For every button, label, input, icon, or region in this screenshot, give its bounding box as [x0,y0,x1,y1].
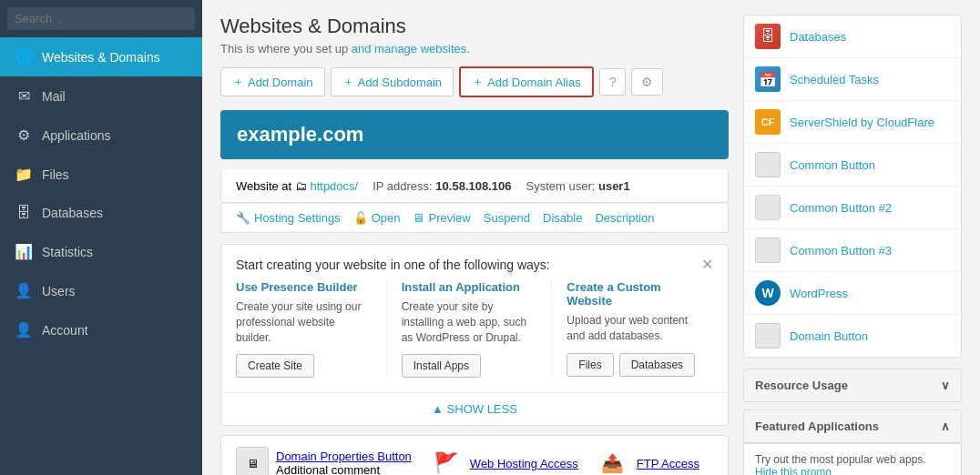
col3-desc: Upload your web content and add database… [567,313,702,344]
install-apps-button[interactable]: Install Apps [402,354,481,378]
mail-icon: ✉ [15,87,33,105]
starter-col-install: Install an Application Create your site … [391,280,548,378]
quick-link-common-btn3[interactable]: Common Button #3 [744,229,961,272]
search-input[interactable] [7,7,195,30]
starter-col-presence: Use Presence Builder Create your site us… [236,280,383,378]
plus-icon: ＋ [232,74,244,90]
domain-name: example.com [237,123,363,146]
starter-heading: Start creating your website in one of th… [236,258,550,272]
databases-icon: 🗄 [15,205,33,221]
sidebar-item-statistics[interactable]: 📊 Statistics [0,232,202,271]
quick-link-servershield[interactable]: CF ServerShield by CloudFlare [744,101,961,144]
disable-link[interactable]: Disable [543,211,582,225]
globe-icon: 🌐 [15,48,33,66]
users-icon: 👤 [15,282,33,299]
domain-btn-link[interactable]: Domain Button [790,329,868,343]
quick-link-common-btn[interactable]: Common Button [744,144,961,187]
web-hosting-icon: 🚩 [430,447,463,475]
applications-icon: ⚙ [15,126,33,144]
col2-desc: Create your site by installing a web app… [402,299,537,345]
description-link[interactable]: Description [595,211,654,225]
show-less-link[interactable]: ▲ SHOW LESS [432,402,517,416]
subtitle-link[interactable]: and manage websites [352,42,466,56]
page-subtitle: This is where you set up and manage webs… [220,42,729,56]
quick-link-databases[interactable]: 🗄 Databases [744,15,961,58]
domain-properties-link[interactable]: Domain Properties Button [276,450,412,463]
domain-info-bar: Website at 🗂 httpdocs/ IP address: 10.58… [220,170,729,203]
sidebar-item-label: Websites & Domains [42,50,160,65]
starter-close-button[interactable]: ✕ [701,256,713,273]
settings-icon[interactable]: ⚙ [631,68,663,96]
web-hosting-item: 🚩 Web Hosting Access [430,447,578,475]
ftp-icon: 📤 [597,447,629,475]
databases-button[interactable]: Databases [619,353,695,377]
quick-link-wordpress[interactable]: W WordPress [744,272,961,315]
web-hosting-link[interactable]: Web Hosting Access [470,457,578,470]
httpdocs-link[interactable]: httpdocs/ [310,179,358,193]
quick-link-domain-btn[interactable]: Domain Button [744,315,961,357]
sidebar-item-label: Mail [42,89,66,104]
add-subdomain-button[interactable]: ＋ Add Subdomain [331,67,454,96]
hide-promo-link[interactable]: Hide this promo [755,466,832,475]
common-btn2-link[interactable]: Common Button #2 [790,201,892,215]
open-link[interactable]: 🔓 Open [353,211,401,225]
add-domain-alias-button[interactable]: ＋ Add Domain Alias [459,66,594,97]
db-icon: 🗄 [755,24,781,49]
sidebar-item-databases[interactable]: 🗄 Databases [0,194,202,232]
sidebar-item-applications[interactable]: ⚙ Applications [0,116,202,155]
sidebar-item-label: Users [42,284,76,298]
ftp-access-item: 📤 FTP Access [597,447,699,475]
account-icon: 👤 [15,321,33,339]
sidebar-item-files[interactable]: 📁 Files [0,155,202,194]
wordpress-link[interactable]: WordPress [790,287,848,300]
featured-applications-section: Try out the most popular web apps. Hide … [743,443,962,475]
resource-usage-label: Resource Usage [755,379,848,392]
preview-link[interactable]: 🖥 Preview [413,211,470,225]
suspend-link[interactable]: Suspend [484,211,530,225]
create-site-button[interactable]: Create Site [236,354,314,378]
subtitle-pre: This is where you set up [220,42,352,56]
sidebar-item-label: Statistics [42,245,93,259]
scheduled-tasks-link[interactable]: Scheduled Tasks [790,73,879,86]
files-icon: 📁 [15,166,33,183]
statistics-icon: 📊 [15,243,33,260]
show-less-bar: ▲ SHOW LESS [221,392,728,425]
website-at-label: Website at 🗂 httpdocs/ [236,179,358,193]
quick-link-scheduled-tasks[interactable]: 📅 Scheduled Tasks [744,58,961,101]
common-btn-link[interactable]: Common Button [790,158,875,172]
sidebar-item-account[interactable]: 👤 Account [0,310,202,349]
quick-link-common-btn2[interactable]: Common Button #2 [744,187,961,229]
domain-list-items: 🖥 Domain Properties Button Additional co… [220,435,729,475]
main-area: Websites & Domains This is where you set… [202,0,980,475]
wordpress-icon: W [755,280,781,306]
user-info: System user: user1 [526,179,629,193]
databases-quick-link[interactable]: Databases [790,30,846,44]
domain-props-item: 🖥 Domain Properties Button Additional co… [236,447,412,475]
starter-col-custom: Create a Custom Website Upload your web … [556,280,713,378]
scheduled-tasks-icon: 📅 [755,66,781,92]
resource-usage-header[interactable]: Resource Usage ∨ [743,369,962,402]
sidebar-item-mail[interactable]: ✉ Mail [0,76,202,116]
common-btn-icon [755,152,781,177]
col1-title: Use Presence Builder [236,280,372,294]
common-btn3-link[interactable]: Common Button #3 [790,244,892,258]
add-domain-button[interactable]: ＋ Add Domain [220,67,325,96]
sidebar-item-label: Account [42,323,88,338]
col1-desc: Create your site using our professional … [236,299,372,345]
files-button[interactable]: Files [567,353,613,377]
help-icon[interactable]: ? [599,68,627,96]
featured-desc: Try out the most popular web apps. Hide … [755,453,950,475]
sidebar-item-websites-domains[interactable]: 🌐 Websites & Domains [0,37,202,76]
ftp-access-link[interactable]: FTP Access [637,457,699,470]
subtitle-post: . [466,42,470,56]
common-btn3-icon [755,238,781,263]
hosting-settings-link[interactable]: 🔧 Hosting Settings [236,211,341,225]
domain-btn-icon [755,323,781,349]
starter-card: Start creating your website in one of th… [220,244,729,426]
featured-applications-header[interactable]: Featured Applications ∧ [743,409,962,443]
right-panel: 🗄 Databases 📅 Scheduled Tasks CF ServerS… [743,15,962,475]
sidebar-item-users[interactable]: 👤 Users [0,271,202,310]
ip-info: IP address: 10.58.108.106 [373,179,511,193]
servershield-link[interactable]: ServerShield by CloudFlare [790,116,934,129]
action-bar: ＋ Add Domain ＋ Add Subdomain ＋ Add Domai… [220,66,729,97]
